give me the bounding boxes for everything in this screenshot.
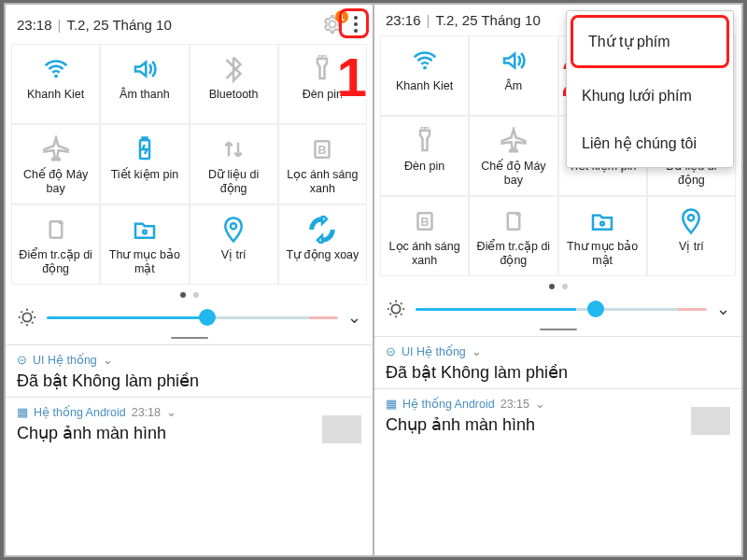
tile-hotspot[interactable]: Điểm tr.cặp di động [11,204,100,285]
tile-label: Tự động xoay [284,248,360,262]
page-dots [6,285,373,303]
popup-item-contact-us[interactable]: Liên hệ chúng tôi [567,119,733,167]
brightness-icon [386,299,406,319]
page-dots [374,276,741,295]
tile-battery[interactable]: Tiết kiệm pin [100,124,189,204]
tile-airplane[interactable]: Chế độ Máy bay [11,124,100,204]
brightness-slider[interactable] [47,316,338,319]
tile-bluetooth[interactable]: Bluetooth [190,44,278,124]
date: T.2, 25 Tháng 10 [66,17,171,33]
bluetooth-icon [219,50,247,88]
panel-step-2: 23:16 | T.2, 25 Tháng 10 Thứ tự phím Khu… [374,5,741,555]
svg-point-0 [54,75,58,78]
flashlight-icon [411,122,439,160]
brightness-slider[interactable] [416,308,707,311]
tile-securefolder[interactable]: Thư mục bảo mật [558,196,647,276]
svg-rect-6 [49,221,62,238]
drag-handle[interactable] [374,323,741,336]
screenshot-thumbnail [691,407,730,435]
notif-app: Hệ thống Android [402,397,495,411]
volume-icon [131,50,159,88]
expand-chevron-icon[interactable]: ⌄ [716,299,730,319]
tile-label: Điểm tr.cặp di động [14,248,97,276]
tile-bluelight[interactable]: BLọc ánh sáng xanh [278,124,367,204]
notif-time: 23:15 [500,398,529,411]
tile-location[interactable]: Vị trí [647,196,736,276]
rotate-icon [308,211,336,248]
location-icon [677,203,705,240]
wifi-icon [411,42,439,79]
date: T.2, 25 Tháng 10 [435,12,540,28]
tile-label: Âm [503,79,525,93]
tile-bluelight[interactable]: BLọc ánh sáng xanh [380,196,469,276]
screenshot-thumbnail [322,415,361,443]
tile-wifi[interactable]: Khanh Kiet [11,44,100,124]
airplane-icon [42,131,70,168]
tile-label: Vị trí [219,248,248,262]
tile-label: Đèn pin [402,160,446,174]
status-bar: 23:18 | T.2, 25 Tháng 10 1 [6,5,373,40]
tile-label: Vị trí [677,240,706,254]
more-menu-popup: Thứ tự phím Khung lưới phím Liên hệ chún… [566,10,734,168]
location-icon [219,211,247,248]
tile-label: Chế độ Máy bay [14,168,97,196]
tile-hotspot[interactable]: Điểm tr.cặp di động [469,196,557,276]
clock: 23:16 [386,12,421,28]
tile-airplane[interactable]: Chế độ Máy bay [469,116,557,196]
svg-point-18 [423,66,427,70]
svg-line-15 [32,322,33,323]
dnd-icon: ⊝ [386,344,396,358]
notification-dnd[interactable]: ⊝ UI Hệ thống ⌄ Đã bật Không làm phiền [6,344,373,397]
notif-app: Hệ thống Android [34,405,126,419]
highlight-more-button [339,8,369,38]
svg-line-35 [401,314,402,315]
popup-item-button-order[interactable]: Thứ tự phím [571,15,729,68]
tile-volume[interactable]: Âm [469,35,557,116]
tile-label: Bluetooth [207,88,261,102]
svg-point-29 [391,304,400,313]
svg-line-16 [21,322,22,323]
step-number-1: 1 [337,46,367,108]
tile-label: Thư mục bảo mật [561,240,644,268]
data-icon [219,131,247,168]
tile-securefolder[interactable]: Thư mục bảo mật [100,204,189,285]
svg-line-34 [390,303,391,304]
expand-chevron-icon[interactable]: ⌄ [347,307,361,328]
image-icon: ▦ [17,405,28,419]
brightness-row: ⌄ [374,295,741,323]
svg-rect-3 [142,138,147,141]
battery-icon [131,131,159,168]
svg-line-37 [401,303,402,304]
tile-label: Điểm tr.cặp di động [472,240,555,268]
tile-rotate[interactable]: Tự động xoay [278,204,367,285]
drag-handle[interactable] [6,331,373,344]
hotspot-icon [42,211,70,248]
notif-title: Đã bật Không làm phiền [386,362,730,383]
notification-dnd[interactable]: ⊝ UI Hệ thống ⌄ Đã bật Không làm phiền [374,336,741,388]
notif-title: Đã bật Không làm phiền [17,371,361,391]
tile-label: Khanh Kiet [25,88,86,102]
tile-flashlight[interactable]: Đèn pin [380,116,469,196]
flashlight-icon [308,50,336,88]
wifi-icon [42,50,70,88]
tile-data[interactable]: Dữ liệu di động [190,124,278,204]
tile-wifi[interactable]: Khanh Kiet [380,35,469,116]
svg-point-8 [231,223,236,229]
svg-point-27 [600,222,604,226]
tile-location[interactable]: Vị trí [190,204,278,285]
tile-label: Dữ liệu di động [192,168,275,196]
image-icon: ▦ [386,397,397,411]
notification-screenshot[interactable]: ▦ Hệ thống Android 23:15 ⌄ Chụp ảnh màn … [374,388,741,441]
notif-title: Chụp ảnh màn hình [17,423,361,443]
svg-line-17 [32,312,33,313]
svg-point-7 [143,231,147,234]
svg-text:B: B [318,144,327,157]
popup-item-button-grid[interactable]: Khung lưới phím [567,72,733,119]
tile-label: Chế độ Máy bay [472,160,555,188]
tile-volume[interactable]: Âm thanh [100,44,189,124]
notification-screenshot[interactable]: ▦ Hệ thống Android 23:18 ⌄ Chụp ảnh màn … [6,397,373,449]
bluelight-icon: B [308,131,336,168]
tile-label: Lọc ánh sáng xanh [383,240,466,268]
notif-time: 23:18 [132,406,161,419]
tile-label: Lọc ánh sáng xanh [281,168,364,196]
